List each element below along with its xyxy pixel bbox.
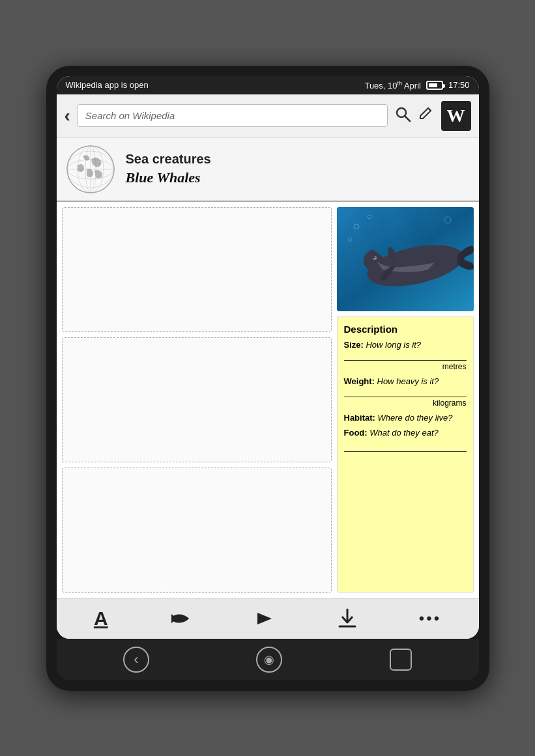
forward-arrow-button[interactable] [253,609,276,628]
desc-weight-label: Weight: [344,376,375,386]
nav-bar: ‹ ◉ [57,639,479,680]
nav-back-icon: ‹ [134,651,138,668]
back-arrow-button[interactable] [169,609,192,628]
back-button[interactable]: ‹ [65,107,70,125]
svg-line-1 [405,116,410,121]
text-box-2 [62,337,332,462]
description-box: Description Size: How long is it? metres… [337,316,474,593]
left-column [62,207,332,593]
desc-habitat-question: Where do they live? [378,413,453,423]
desc-food-row: Food: What do they eat? [344,428,467,452]
desc-weight-question: How heavy is it? [377,376,439,386]
desc-size-blank [344,350,467,361]
nav-home-icon: ◉ [264,652,274,667]
svg-point-16 [388,251,390,252]
toolbar: ‹ Search on Wikipedia W [57,94,479,138]
text-box-1 [62,207,332,332]
svg-point-14 [373,256,375,258]
svg-point-15 [385,253,386,255]
date-text: Tues, 10th April [364,80,421,91]
article-header: Sea creatures Blue Whales [57,138,479,202]
desc-weight-row: Weight: How heavy is it? kilograms [344,376,467,408]
desc-food-label: Food: [344,428,368,438]
content-area: Description Size: How long is it? metres… [57,202,479,598]
nav-home-button[interactable]: ◉ [256,647,282,673]
desc-size-row: Size: How long is it? metres [344,340,467,371]
search-input[interactable]: Search on Wikipedia [77,104,388,127]
article-title: Blue Whales [126,169,471,186]
bottom-toolbar: A ••• [57,598,479,639]
nav-recents-button[interactable] [390,649,412,671]
device-frame: Wikipedia app is open Tues, 10th April 1… [46,66,489,691]
desc-food-blank [344,441,467,452]
article-category: Sea creatures [126,152,471,167]
desc-size-unit: metres [344,362,467,371]
nav-back-button[interactable]: ‹ [123,647,149,673]
battery-fill [429,83,437,87]
desc-size-question: How long is it? [366,340,421,350]
desc-habitat-label: Habitat: [344,413,375,423]
desc-food-question: What do they eat? [369,428,439,438]
whale-image [337,207,474,311]
svg-marker-22 [257,613,272,624]
wiki-globe [65,143,117,195]
font-button[interactable]: A [94,608,108,630]
desc-habitat-row: Habitat: Where do they live? [344,413,467,423]
battery-icon [426,81,443,90]
desc-size-label: Size: [344,340,364,350]
app-status: Wikipedia app is open [66,80,149,90]
right-column: Description Size: How long is it? metres… [337,207,474,593]
screen: Wikipedia app is open Tues, 10th April 1… [57,76,479,639]
desc-weight-unit: kilograms [344,399,467,408]
desc-title: Description [344,324,467,335]
status-right: Tues, 10th April 17:50 [364,80,469,91]
edit-icon[interactable] [418,105,435,126]
status-bar: Wikipedia app is open Tues, 10th April 1… [57,76,479,94]
search-icon[interactable] [394,105,411,126]
more-button[interactable]: ••• [419,609,441,628]
article-titles: Sea creatures Blue Whales [126,152,471,186]
wikipedia-logo[interactable]: W [441,101,471,131]
text-box-3 [62,468,332,593]
time-display: 17:50 [448,80,470,90]
svg-point-17 [382,256,383,257]
desc-weight-blank [344,386,467,397]
download-button[interactable] [338,608,357,629]
